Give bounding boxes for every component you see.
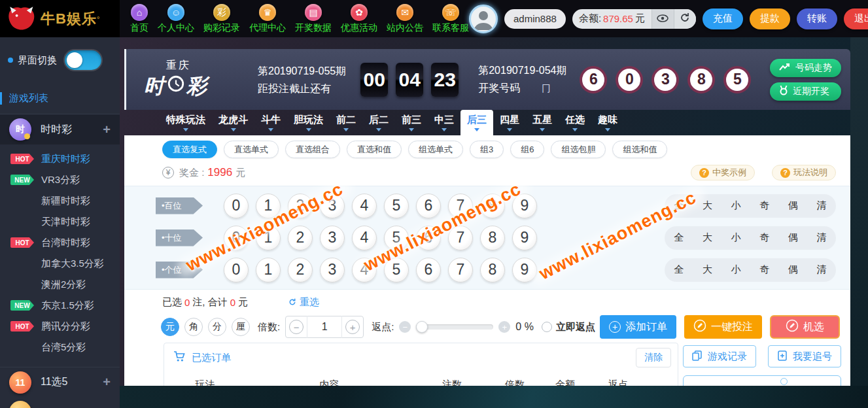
one-key-bet-button[interactable]: 一键投注: [684, 315, 762, 339]
quick-filter[interactable]: 全: [674, 264, 684, 276]
quick-filter[interactable]: 偶: [788, 264, 798, 276]
nav-item[interactable]: ♛ 代理中心: [249, 4, 286, 34]
game-list-item[interactable]: NEW 东京1.5分彩: [0, 295, 120, 316]
play-type-tab[interactable]: 斗牛: [254, 110, 287, 135]
rebate-minus-button[interactable]: −: [399, 321, 411, 333]
number-ball[interactable]: 8: [480, 258, 505, 282]
multiplier-minus-button[interactable]: −: [289, 320, 304, 334]
play-type-tab[interactable]: 任选: [559, 110, 591, 135]
game-list-item[interactable]: HOT 重庆时时彩: [0, 148, 120, 169]
number-ball[interactable]: 5: [384, 194, 409, 218]
nav-item[interactable]: ☺ 个人中心: [158, 4, 194, 34]
quick-filter[interactable]: 大: [703, 199, 712, 212]
quick-filter[interactable]: 清: [817, 199, 827, 212]
username-pill[interactable]: admin888: [504, 9, 566, 29]
withdraw-button[interactable]: 提款: [750, 8, 790, 29]
play-rules-button[interactable]: ? 玩法说明: [772, 165, 836, 180]
quick-filter[interactable]: 清: [817, 264, 827, 276]
number-ball[interactable]: 4: [352, 226, 377, 250]
quick-filter[interactable]: 偶: [788, 199, 798, 212]
refresh-balance-button[interactable]: [674, 9, 696, 29]
add-order-button[interactable]: + 添加订单: [600, 315, 676, 339]
number-ball[interactable]: 9: [512, 226, 537, 250]
play-type-tab[interactable]: 趣味: [591, 110, 624, 135]
transfer-button[interactable]: 转账: [797, 8, 837, 29]
number-ball[interactable]: 6: [416, 258, 441, 282]
play-type-tab[interactable]: 特殊玩法: [160, 110, 212, 135]
toggle-balance-visibility-button[interactable]: [651, 9, 674, 29]
play-type-tab[interactable]: 胆玩法: [287, 110, 330, 135]
recharge-button[interactable]: 充值: [703, 8, 743, 29]
play-mode-pill[interactable]: 组3: [470, 141, 504, 158]
quick-filter[interactable]: 小: [731, 264, 741, 276]
play-mode-pill[interactable]: 直选复式: [162, 141, 217, 158]
chase-number-button[interactable]: 我要追号: [768, 345, 841, 367]
quick-filter[interactable]: 奇: [759, 264, 769, 276]
play-type-tab[interactable]: 五星: [526, 110, 559, 135]
number-ball[interactable]: 1: [256, 258, 281, 282]
number-ball[interactable]: 0: [224, 194, 249, 218]
quick-filter[interactable]: 小: [731, 231, 741, 244]
quick-filter[interactable]: 偶: [788, 231, 798, 244]
number-ball[interactable]: 2: [288, 226, 313, 250]
game-list-item[interactable]: 加拿大3.5分彩: [0, 253, 120, 274]
slider-knob[interactable]: [416, 321, 428, 333]
game-list-item[interactable]: HOT 台湾时时彩: [0, 232, 120, 253]
nav-item[interactable]: ⌂ 首页: [130, 4, 148, 34]
quick-filter[interactable]: 全: [674, 231, 684, 244]
nav-item[interactable]: ✉ 站内公告: [387, 4, 423, 34]
logout-button[interactable]: 退出: [844, 8, 868, 29]
avatar[interactable]: [469, 5, 498, 33]
site-logo[interactable]: 牛B娱乐 °: [0, 0, 120, 37]
play-mode-pill[interactable]: 组选单式: [408, 141, 463, 158]
rebate-plus-button[interactable]: +: [498, 321, 510, 333]
nav-item[interactable]: 彩 购彩记录: [203, 4, 240, 34]
money-unit-button[interactable]: 角: [184, 318, 203, 336]
number-ball[interactable]: 7: [448, 258, 473, 282]
nav-item[interactable]: ▤ 开奖数据: [295, 4, 332, 34]
quick-filter[interactable]: 清: [817, 231, 827, 244]
number-ball[interactable]: 6: [416, 194, 441, 218]
expand-plus-icon[interactable]: +: [103, 375, 111, 390]
number-ball[interactable]: 3: [320, 226, 345, 250]
play-mode-pill[interactable]: 组6: [510, 141, 544, 158]
play-type-tab[interactable]: 前三: [395, 110, 428, 135]
game-history-button[interactable]: 游戏记录: [683, 345, 756, 367]
play-mode-pill[interactable]: 直选组合: [285, 141, 340, 158]
quick-filter[interactable]: 奇: [759, 199, 769, 212]
number-ball[interactable]: 0: [224, 258, 249, 282]
quick-filter[interactable]: 大: [703, 264, 712, 276]
play-type-tab[interactable]: 后二: [362, 110, 395, 135]
game-list-item[interactable]: 新疆时时彩: [0, 190, 120, 211]
play-type-tab[interactable]: 四星: [493, 110, 526, 135]
play-type-tab[interactable]: 前二: [330, 110, 362, 135]
sidebar-group-11x5[interactable]: 11 11选5 +: [0, 367, 120, 397]
play-mode-pill[interactable]: 直选和值: [347, 141, 402, 158]
multiplier-plus-button[interactable]: +: [345, 320, 360, 334]
ui-switch-toggle[interactable]: [65, 50, 101, 70]
number-ball[interactable]: 4: [352, 194, 377, 218]
quick-filter[interactable]: 小: [731, 199, 741, 212]
instant-rebate-radio[interactable]: [542, 322, 552, 332]
money-unit-button[interactable]: 厘: [232, 318, 250, 336]
money-unit-button[interactable]: 分: [208, 318, 226, 336]
rebate-slider[interactable]: [416, 324, 493, 330]
play-mode-pill[interactable]: 组选和值: [612, 141, 667, 158]
play-type-tab[interactable]: 后三: [460, 110, 493, 135]
game-list-item[interactable]: 澳洲2分彩: [0, 274, 120, 295]
nav-item[interactable]: ☏ 联系客服: [432, 4, 469, 34]
number-ball[interactable]: 2: [288, 258, 313, 282]
game-list-item[interactable]: HOT 腾讯分分彩: [0, 316, 120, 337]
number-ball[interactable]: 8: [480, 226, 505, 250]
quick-filter[interactable]: 大: [703, 231, 712, 244]
multiplier-value[interactable]: 1: [307, 316, 342, 338]
play-mode-pill[interactable]: 直选单式: [224, 141, 279, 158]
winning-example-button[interactable]: ? 中奖示例: [691, 165, 755, 180]
random-pick-button[interactable]: 机选: [770, 315, 840, 339]
reselect-link[interactable]: 重选: [288, 296, 319, 309]
expand-plus-icon[interactable]: +: [103, 122, 111, 137]
number-trend-button[interactable]: 号码走势: [770, 59, 841, 77]
sidebar-group-shishicai[interactable]: 时 时时彩 +: [0, 114, 120, 144]
quick-filter[interactable]: 奇: [759, 231, 769, 244]
recent-draws-button[interactable]: 近期开奖: [770, 82, 841, 101]
